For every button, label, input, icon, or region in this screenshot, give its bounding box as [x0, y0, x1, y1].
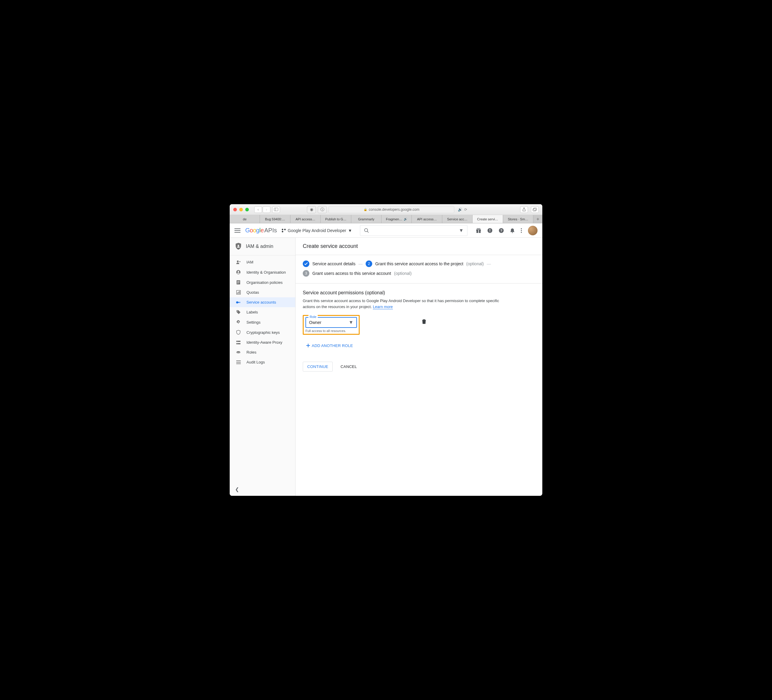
step-3-label: Grant users access to this service accou… [312, 271, 391, 276]
sidebar-item-audit-logs[interactable]: Audit Logs [230, 357, 295, 367]
step-3-optional: (optional) [394, 271, 411, 276]
check-icon [303, 260, 309, 267]
browser-tab[interactable]: Create servi… [473, 215, 503, 223]
main-content: Create service account Service account d… [296, 238, 542, 496]
browser-tab[interactable]: Publish to G… [321, 215, 351, 223]
step-2[interactable]: 2 Grant this service account access to t… [366, 260, 484, 267]
caret-down-icon: ▼ [348, 320, 353, 325]
quota-icon [236, 290, 241, 294]
google-apis-logo[interactable]: Google APIs [245, 227, 277, 234]
alert-icon[interactable] [487, 228, 492, 233]
sidebar-item-label: Identity-Aware Proxy [247, 340, 282, 345]
browser-tab[interactable]: Service acc… [442, 215, 473, 223]
address-text: console.developers.google.com [369, 208, 420, 212]
browser-tab[interactable]: Fragmen…🔊 [381, 215, 412, 223]
sidebar-item-label: Quotas [247, 290, 259, 294]
maximize-window[interactable] [245, 208, 249, 211]
search-icon [364, 228, 369, 233]
service-icon [236, 301, 241, 304]
svg-rect-3 [534, 208, 536, 210]
sidebar-item-label: Service accounts [247, 300, 276, 304]
learn-more-link[interactable]: Learn more [373, 304, 393, 309]
more-icon[interactable] [521, 228, 522, 233]
sidebar-item-settings[interactable]: Settings [230, 317, 295, 327]
browser-tab[interactable]: API access… [412, 215, 442, 223]
doc-icon [236, 280, 241, 285]
svg-rect-27 [237, 283, 239, 283]
svg-text:?: ? [500, 229, 502, 232]
project-selector[interactable]: Google Play Android Developer ▼ [282, 228, 352, 233]
browser-tab[interactable]: Grammarly [351, 215, 381, 223]
svg-point-16 [512, 232, 513, 233]
shield-icon [235, 242, 242, 250]
back-button[interactable]: ‹ [254, 206, 262, 213]
continue-button[interactable]: CONTINUE [303, 361, 333, 371]
svg-rect-39 [236, 343, 240, 344]
sidebar-item-labels[interactable]: Labels [230, 307, 295, 317]
address-bar[interactable]: 🔒 console.developers.google.com [329, 206, 454, 213]
section-title: Service account permissions (optional) [303, 290, 504, 296]
role-select[interactable]: Role Owner ▼ [306, 317, 357, 328]
reload-icon[interactable]: ⟳ [464, 208, 467, 212]
svg-point-34 [239, 302, 240, 303]
extension-button-2[interactable]: ⓘ [318, 206, 327, 213]
svg-point-23 [238, 271, 239, 272]
avatar[interactable] [528, 226, 538, 236]
extension-button-1[interactable]: ◉ [307, 206, 316, 213]
browser-tab[interactable]: Stores · Sm… [503, 215, 533, 223]
window-controls [233, 208, 249, 211]
role-highlight: Role Owner ▼ Full access to all resource… [303, 315, 360, 335]
step-1[interactable]: Service account details [303, 260, 355, 267]
sidebar-toggle[interactable] [272, 206, 280, 213]
sidebar-item-label: Organisation policies [247, 280, 283, 285]
browser-tab[interactable]: Bug 59400:… [260, 215, 290, 223]
search-dropdown-icon[interactable]: ▼ [459, 228, 464, 233]
list-icon [236, 360, 241, 364]
sidebar-item-identity-organisation[interactable]: Identity & Organisation [230, 267, 295, 277]
sidebar-item-label: Audit Logs [247, 360, 265, 365]
step-1-label: Service account details [312, 262, 355, 266]
audio-icon[interactable]: 🔊 [458, 208, 462, 212]
new-tab-button[interactable]: + [533, 215, 542, 223]
svg-point-18 [521, 230, 522, 231]
browser-tab[interactable]: de [230, 215, 260, 223]
sidebar-header: IAM & admin [230, 238, 295, 255]
step-3[interactable]: 3 Grant users access to this service acc… [303, 270, 411, 276]
sidebar-item-organisation-policies[interactable]: Organisation policies [230, 277, 295, 288]
close-window[interactable] [233, 208, 237, 211]
proxy-icon [236, 340, 241, 345]
sidebar-item-service-accounts[interactable]: Service accounts [230, 297, 295, 307]
gift-icon[interactable] [476, 228, 481, 233]
tag-icon [236, 310, 241, 314]
help-icon[interactable]: ? [499, 228, 504, 233]
svg-point-41 [237, 343, 237, 344]
person-add-icon [236, 260, 241, 264]
project-icon [282, 229, 286, 232]
forward-button[interactable]: › [263, 206, 270, 213]
svg-point-9 [477, 228, 478, 229]
cancel-button[interactable]: CANCEL [337, 361, 360, 371]
share-button[interactable] [520, 206, 528, 213]
add-another-role-button[interactable]: ADD ANOTHER ROLE [303, 343, 504, 348]
sidebar-item-cryptographic-keys[interactable]: Cryptographic keys [230, 327, 295, 337]
sidebar-item-label: Labels [247, 310, 258, 314]
notifications-icon[interactable] [510, 228, 515, 233]
search-input[interactable]: ▼ [360, 225, 468, 236]
svg-rect-12 [490, 229, 490, 231]
browser-tab[interactable]: API access… [291, 215, 321, 223]
collapse-sidebar[interactable]: ❮ [230, 483, 295, 496]
console-header: Google APIs Google Play Android Develope… [230, 223, 542, 238]
sidebar-item-quotas[interactable]: Quotas [230, 288, 295, 297]
tabs-button[interactable] [531, 206, 539, 213]
svg-point-4 [365, 229, 368, 232]
browser-tabs: deBug 59400:…API access…Publish to G…Gra… [230, 215, 542, 223]
minimize-window[interactable] [239, 208, 243, 211]
titlebar: ‹ › ◉ ⓘ 🔒 console.developers.google.com … [230, 204, 542, 215]
sidebar-item-identity-aware-proxy[interactable]: Identity-Aware Proxy [230, 337, 295, 347]
menu-icon[interactable] [234, 229, 242, 233]
delete-role-button[interactable] [422, 319, 426, 324]
sidebar-item-roles[interactable]: Roles [230, 347, 295, 357]
sidebar-item-iam[interactable]: IAM [230, 257, 295, 267]
svg-rect-38 [236, 341, 240, 342]
role-help-text: Full access to all resources. [306, 329, 357, 333]
